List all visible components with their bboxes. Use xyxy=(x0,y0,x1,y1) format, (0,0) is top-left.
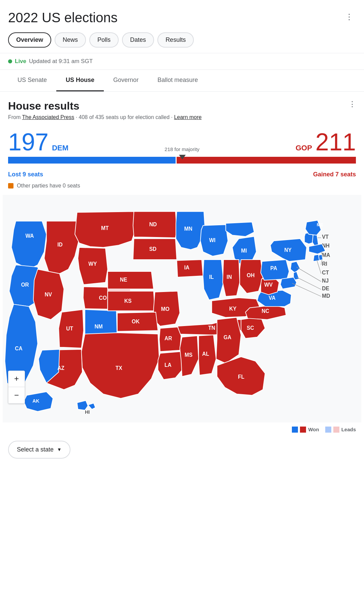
legend-dem-leads-swatch xyxy=(325,427,331,433)
live-updated-text: Updated at 9:31 am SGT xyxy=(29,58,93,65)
tab-ballot-measure[interactable]: Ballot measure xyxy=(148,70,207,91)
legend-dem-won-swatch xyxy=(292,427,298,433)
live-label: Live xyxy=(15,58,26,65)
header-more-icon[interactable]: ⋮ xyxy=(342,11,356,23)
svg-text:WA: WA xyxy=(25,233,34,239)
svg-text:CO: CO xyxy=(99,295,107,301)
svg-text:OK: OK xyxy=(132,319,140,324)
svg-text:AR: AR xyxy=(164,336,172,341)
map-controls: + − xyxy=(8,371,25,404)
svg-text:MO: MO xyxy=(161,306,170,312)
svg-text:SD: SD xyxy=(149,246,157,252)
svg-text:NC: NC xyxy=(262,308,269,314)
top-tab-pills: Overview News Polls Dates Results xyxy=(0,30,364,53)
svg-text:VA: VA xyxy=(269,295,275,301)
legend-leads: Leads xyxy=(325,427,356,433)
live-dot xyxy=(8,59,12,63)
gains-row: Lost 9 seats Gained 7 seats xyxy=(8,171,356,178)
svg-text:WY: WY xyxy=(88,261,97,267)
other-parties-dot xyxy=(8,183,13,188)
legend-gop-won-swatch xyxy=(300,427,306,433)
other-parties-row: Other parties have 0 seats xyxy=(8,183,356,189)
zoom-out-button[interactable]: − xyxy=(8,387,25,403)
svg-text:CA: CA xyxy=(15,346,22,351)
svg-text:HI: HI xyxy=(85,409,90,415)
svg-text:FL: FL xyxy=(238,374,245,380)
svg-text:KS: KS xyxy=(124,298,132,304)
svg-text:CT: CT xyxy=(322,270,329,275)
svg-text:WV: WV xyxy=(264,282,273,288)
svg-text:LA: LA xyxy=(164,362,172,368)
svg-text:ID: ID xyxy=(57,242,63,248)
map-container: WA OR CA ID NV MT WY CO UT AZ xyxy=(0,195,364,424)
score-row: 197 DEM 218 for majority GOP 211 xyxy=(8,130,356,154)
dem-score: 197 DEM xyxy=(8,130,68,154)
svg-text:KY: KY xyxy=(229,306,237,312)
select-state-button[interactable]: Select a state ▼ xyxy=(8,441,70,459)
svg-text:NY: NY xyxy=(284,247,292,253)
gop-bar xyxy=(177,157,356,164)
svg-text:IN: IN xyxy=(226,274,232,280)
house-results-section: House results ⋮ From The Associated Pres… xyxy=(0,92,364,189)
tab-pill-dates[interactable]: Dates xyxy=(122,32,154,48)
tab-pill-polls[interactable]: Polls xyxy=(89,32,119,48)
chevron-down-icon: ▼ xyxy=(57,447,62,452)
svg-text:DE: DE xyxy=(322,286,329,291)
svg-text:NJ: NJ xyxy=(322,278,329,284)
tab-pill-results[interactable]: Results xyxy=(157,32,194,48)
section-tabs: US Senate US House Governor Ballot measu… xyxy=(0,70,364,92)
gop-label: GOP xyxy=(296,144,312,152)
gop-score: GOP 211 xyxy=(296,130,356,154)
learn-more-link[interactable]: Learn more xyxy=(174,114,202,120)
majority-label: 218 for majority xyxy=(164,146,199,152)
tab-governor[interactable]: Governor xyxy=(104,70,148,91)
svg-text:MA: MA xyxy=(322,252,330,258)
svg-text:NE: NE xyxy=(120,277,127,283)
select-state-label: Select a state xyxy=(17,446,54,453)
results-title: House results xyxy=(8,100,80,112)
svg-text:NV: NV xyxy=(45,292,52,297)
svg-text:GA: GA xyxy=(223,334,231,340)
other-parties-text: Other parties have 0 seats xyxy=(17,183,80,189)
score-container: 197 DEM 218 for majority GOP 211 Los xyxy=(8,130,356,189)
live-bar: Live Updated at 9:31 am SGT xyxy=(0,53,364,70)
svg-text:IL: IL xyxy=(209,274,214,280)
source-suffix: · 408 of 435 seats up for election calle… xyxy=(74,114,174,120)
svg-text:VT: VT xyxy=(322,234,329,240)
majority-triangle-icon xyxy=(179,155,186,159)
svg-marker-103 xyxy=(280,277,297,289)
svg-text:ME: ME xyxy=(317,222,324,227)
svg-text:SC: SC xyxy=(247,325,254,331)
tab-us-house[interactable]: US House xyxy=(56,70,104,91)
svg-text:IA: IA xyxy=(184,265,189,270)
page-title: 2022 US elections xyxy=(8,9,118,26)
svg-text:TX: TX xyxy=(116,365,123,371)
svg-text:AK: AK xyxy=(32,398,39,404)
legend-leads-label: Leads xyxy=(341,427,356,432)
svg-text:NM: NM xyxy=(94,324,102,329)
results-more-icon[interactable]: ⋮ xyxy=(348,100,356,109)
map-legend: Won Leads xyxy=(0,424,364,435)
svg-text:OR: OR xyxy=(21,282,29,288)
svg-text:PA: PA xyxy=(270,265,277,271)
legend-dem-won: Won xyxy=(292,427,319,433)
source-prefix: From xyxy=(8,114,22,120)
legend-gop-leads-swatch xyxy=(333,427,339,433)
svg-text:ND: ND xyxy=(149,222,157,227)
source-link[interactable]: The Associated Press xyxy=(22,114,74,120)
svg-marker-29 xyxy=(108,271,153,289)
svg-text:MD: MD xyxy=(322,293,330,299)
tab-pill-news[interactable]: News xyxy=(55,32,86,48)
tab-pill-overview[interactable]: Overview xyxy=(8,32,51,48)
svg-text:MS: MS xyxy=(185,352,192,358)
us-map[interactable]: WA OR CA ID NV MT WY CO UT AZ xyxy=(3,195,361,423)
svg-marker-94 xyxy=(313,254,319,261)
zoom-in-button[interactable]: + xyxy=(8,371,25,387)
svg-text:AZ: AZ xyxy=(57,365,64,371)
svg-text:UT: UT xyxy=(66,326,73,331)
progress-bar-wrapper xyxy=(8,157,356,166)
page-header: 2022 US elections ⋮ xyxy=(0,0,364,30)
svg-marker-35 xyxy=(177,260,203,277)
tab-us-senate[interactable]: US Senate xyxy=(8,70,56,91)
svg-text:MI: MI xyxy=(241,248,247,254)
